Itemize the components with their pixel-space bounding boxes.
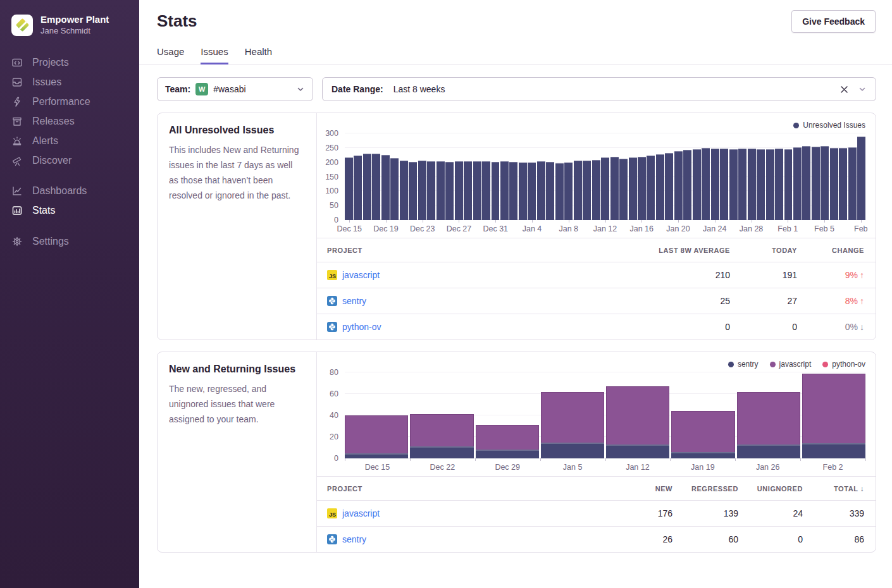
unresolved-issues-bar[interactable] — [683, 150, 691, 220]
legend-item-python-ov[interactable]: python-ov — [822, 360, 865, 369]
stacked-bar[interactable] — [606, 372, 669, 458]
unresolved-issues-bar[interactable] — [812, 147, 820, 220]
unresolved-issues-bar[interactable] — [409, 162, 417, 220]
javascript-bar-segment[interactable] — [410, 414, 473, 446]
project-link[interactable]: javascript — [342, 508, 380, 518]
javascript-bar-segment[interactable] — [476, 425, 539, 450]
unresolved-issues-bar[interactable] — [656, 154, 664, 220]
unresolved-issues-bar[interactable] — [674, 151, 683, 220]
sidebar-item-releases[interactable]: Releases — [0, 111, 139, 131]
unresolved-issues-bar[interactable] — [363, 154, 371, 220]
sentry-bar-segment[interactable] — [345, 453, 408, 459]
sidebar-item-alerts[interactable]: Alerts — [0, 131, 139, 150]
stacked-bar[interactable] — [671, 372, 734, 458]
tab-usage[interactable]: Usage — [157, 46, 184, 64]
tab-health[interactable]: Health — [245, 46, 272, 64]
unresolved-issues-bar[interactable] — [693, 149, 701, 220]
unresolved-issues-bar[interactable] — [437, 161, 445, 220]
sentry-bar-segment[interactable] — [802, 443, 865, 458]
unresolved-issues-bar[interactable] — [390, 158, 399, 220]
sentry-bar-segment[interactable] — [671, 452, 734, 458]
unresolved-issues-bar[interactable] — [720, 149, 728, 220]
sidebar-item-dashboards[interactable]: Dashboards — [0, 181, 139, 200]
stacked-bar[interactable] — [476, 372, 539, 458]
unresolved-issues-bar[interactable] — [427, 161, 435, 220]
sentry-bar-segment[interactable] — [606, 444, 669, 458]
unresolved-issues-bar[interactable] — [775, 149, 783, 220]
unresolved-issues-bar[interactable] — [757, 149, 765, 220]
legend-item-javascript[interactable]: javascript — [770, 360, 812, 369]
unresolved-issues-bar[interactable] — [473, 161, 481, 220]
unresolved-issues-bar[interactable] — [492, 162, 500, 220]
unresolved-issues-bar[interactable] — [802, 146, 810, 220]
sidebar-item-discover[interactable]: Discover — [0, 150, 139, 170]
unresolved-issues-bar[interactable] — [455, 161, 463, 220]
give-feedback-button[interactable]: Give Feedback — [791, 10, 876, 33]
stacked-bar[interactable] — [541, 372, 604, 458]
unresolved-issues-bar[interactable] — [500, 161, 509, 220]
unresolved-issues-bar[interactable] — [555, 163, 564, 220]
tab-issues[interactable]: Issues — [201, 46, 228, 64]
unresolved-issues-bar[interactable] — [857, 137, 865, 220]
unresolved-issues-bar[interactable] — [519, 162, 527, 220]
unresolved-issues-bar[interactable] — [564, 162, 573, 220]
project-link[interactable]: sentry — [342, 296, 366, 306]
unresolved-issues-bar[interactable] — [372, 154, 380, 220]
sidebar-item-stats[interactable]: Stats — [0, 200, 139, 220]
javascript-bar-segment[interactable] — [737, 392, 800, 444]
col-header-project[interactable]: PROJECT — [327, 247, 629, 254]
unresolved-issues-bar[interactable] — [354, 156, 362, 220]
stacked-bar[interactable] — [410, 372, 473, 458]
chevron-down-icon[interactable] — [858, 85, 867, 94]
col-header-change[interactable]: CHANGE — [797, 247, 864, 254]
sentry-bar-segment[interactable] — [476, 450, 539, 458]
project-link[interactable]: sentry — [342, 534, 366, 544]
sidebar-item-performance[interactable]: Performance — [0, 92, 139, 111]
javascript-bar-segment[interactable] — [802, 374, 865, 444]
unresolved-issues-bar[interactable] — [418, 161, 426, 220]
sidebar-item-projects[interactable]: Projects — [0, 52, 139, 72]
unresolved-issues-bar[interactable] — [629, 157, 637, 220]
clear-icon[interactable] — [840, 85, 848, 94]
unresolved-issues-bar[interactable] — [647, 156, 655, 220]
unresolved-issues-bar[interactable] — [766, 149, 774, 220]
unresolved-issues-bar[interactable] — [574, 161, 582, 220]
col-header-unignored[interactable]: UNIGNORED — [738, 485, 803, 493]
javascript-bar-segment[interactable] — [671, 411, 734, 452]
unresolved-issues-bar[interactable] — [665, 153, 673, 220]
unresolved-issues-bar[interactable] — [610, 157, 619, 220]
unresolved-issues-bar[interactable] — [381, 155, 390, 220]
unresolved-issues-bar[interactable] — [528, 162, 536, 220]
stacked-bar[interactable] — [802, 372, 865, 458]
unresolved-issues-bar[interactable] — [619, 159, 628, 220]
unresolved-issues-bar[interactable] — [848, 147, 857, 220]
unresolved-issues-bar[interactable] — [793, 147, 802, 220]
unresolved-issues-bar[interactable] — [464, 161, 472, 220]
unresolved-issues-bar[interactable] — [509, 162, 517, 220]
unresolved-issues-bar[interactable] — [592, 160, 600, 220]
sidebar-item-issues[interactable]: Issues — [0, 72, 139, 92]
col-header-total[interactable]: TOTAL↓ — [803, 484, 864, 493]
unresolved-issues-bar[interactable] — [729, 149, 738, 220]
project-link[interactable]: javascript — [342, 270, 380, 280]
legend-item-sentry[interactable]: sentry — [728, 360, 759, 369]
unresolved-issues-bar[interactable] — [537, 161, 545, 220]
col-header-regressed[interactable]: REGRESSED — [672, 485, 738, 493]
unresolved-issues-bar[interactable] — [711, 149, 719, 220]
javascript-bar-segment[interactable] — [345, 415, 408, 453]
sidebar-item-settings[interactable]: Settings — [0, 231, 139, 251]
unresolved-issues-bar[interactable] — [445, 162, 454, 220]
unresolved-issues-bar[interactable] — [821, 146, 829, 220]
stacked-bar[interactable] — [737, 372, 800, 458]
col-header-new[interactable]: NEW — [597, 485, 672, 493]
unresolved-issues-bar[interactable] — [601, 157, 609, 220]
col-header-today[interactable]: TODAY — [730, 247, 797, 254]
unresolved-issues-bar[interactable] — [784, 149, 793, 220]
date-range-select[interactable]: Date Range: Last 8 weeks — [322, 77, 876, 101]
stacked-bar[interactable] — [345, 372, 408, 458]
unresolved-issues-bar[interactable] — [830, 148, 838, 220]
unresolved-issues-bar[interactable] — [738, 149, 746, 220]
unresolved-issues-bar[interactable] — [546, 162, 554, 220]
org-switcher[interactable]: Empower Plant Jane Schmidt — [0, 0, 139, 36]
javascript-bar-segment[interactable] — [606, 386, 669, 444]
